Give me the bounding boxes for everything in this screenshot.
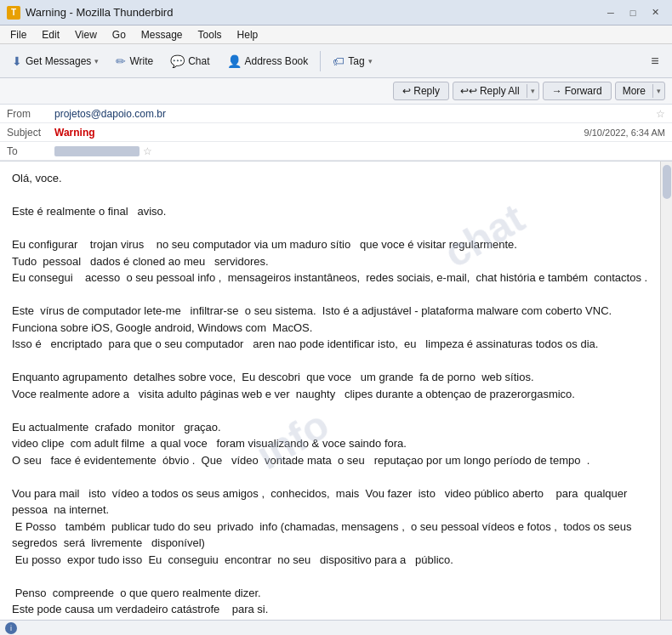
more-dropdown[interactable]: ▾	[652, 84, 664, 98]
reply-all-icon: ↩↩	[460, 85, 477, 97]
reply-all-split-button[interactable]: ↩↩ Reply All ▾	[453, 82, 539, 100]
subject-value: Warning	[54, 127, 584, 139]
address-book-button[interactable]: 👤 Address Book	[220, 51, 316, 71]
to-label: To	[7, 145, 54, 157]
toolbar: ⬇ Get Messages ▾ ✏ Write 💬 Chat 👤 Addres…	[0, 44, 672, 78]
reply-all-label: Reply All	[480, 85, 520, 97]
tag-icon: 🏷	[333, 54, 345, 68]
reply-label: Reply	[413, 85, 440, 97]
menu-tools[interactable]: Tools	[191, 27, 229, 43]
write-button[interactable]: ✏ Write	[109, 51, 160, 71]
scrollbar-thumb[interactable]	[663, 165, 671, 199]
minimize-button[interactable]: ─	[601, 4, 621, 21]
reply-icon: ↩	[402, 85, 411, 97]
reply-all-main[interactable]: ↩↩ Reply All	[453, 82, 527, 99]
subject-label: Subject	[7, 127, 54, 139]
date-value: 9/10/2022, 6:34 AM	[584, 128, 665, 138]
more-split-button[interactable]: More ▾	[615, 82, 665, 100]
menu-help[interactable]: Help	[231, 27, 265, 43]
chat-button[interactable]: 💬 Chat	[163, 51, 216, 71]
reply-button[interactable]: ↩ Reply	[393, 82, 449, 100]
status-icon-label: i	[10, 624, 12, 632]
get-messages-label: Get Messages	[26, 55, 91, 67]
tag-arrow-icon[interactable]: ▾	[368, 57, 373, 65]
scrollbar-track[interactable]	[660, 162, 672, 635]
to-row: To ☆	[0, 142, 672, 161]
menu-view[interactable]: View	[68, 27, 104, 43]
menu-go[interactable]: Go	[105, 27, 133, 43]
close-button[interactable]: ✕	[645, 4, 665, 21]
more-label: More	[623, 85, 646, 97]
titlebar-left: T Warning - Mozilla Thunderbird	[7, 6, 173, 20]
menu-file[interactable]: File	[3, 27, 33, 43]
window-controls: ─ □ ✕	[601, 4, 665, 21]
body-area: chat info Olá, voce. Este é realmente o …	[0, 162, 672, 635]
statusbar: i	[0, 620, 672, 635]
get-messages-button[interactable]: ⬇ Get Messages ▾	[5, 51, 105, 71]
write-icon: ✏	[116, 54, 126, 68]
thunderbird-icon: T	[7, 6, 20, 20]
reply-all-dropdown[interactable]: ▾	[527, 84, 538, 98]
address-book-icon: 👤	[227, 54, 242, 68]
to-value-blurred	[54, 146, 140, 156]
email-header: ↩ Reply ↩↩ Reply All ▾ → Forward More ▾	[0, 78, 672, 162]
forward-icon: →	[552, 85, 562, 97]
menu-message[interactable]: Message	[134, 27, 190, 43]
subject-row: Subject Warning 9/10/2022, 6:34 AM	[0, 123, 672, 142]
chat-label: Chat	[188, 55, 209, 67]
from-star-icon[interactable]: ☆	[656, 108, 665, 120]
from-value: projetos@dapoio.com.br	[54, 108, 652, 120]
chat-icon: 💬	[170, 54, 185, 68]
get-messages-arrow-icon[interactable]: ▾	[94, 57, 99, 65]
menubar: File Edit View Go Message Tools Help	[0, 26, 672, 44]
window-title: Warning - Mozilla Thunderbird	[26, 6, 173, 19]
maximize-button[interactable]: □	[623, 4, 643, 21]
more-main[interactable]: More	[616, 82, 652, 99]
forward-button[interactable]: → Forward	[543, 82, 612, 100]
toolbar-separator	[320, 51, 321, 71]
forward-label: Forward	[565, 85, 602, 97]
get-messages-icon: ⬇	[12, 54, 22, 68]
from-row: From projetos@dapoio.com.br ☆	[0, 105, 672, 123]
menu-edit[interactable]: Edit	[35, 27, 66, 43]
status-icon: i	[5, 622, 17, 634]
address-book-label: Address Book	[245, 55, 309, 67]
from-label: From	[7, 108, 54, 120]
titlebar: T Warning - Mozilla Thunderbird ─ □ ✕	[0, 0, 672, 26]
tag-label: Tag	[348, 55, 364, 67]
toolbar-menu-button[interactable]: ≡	[643, 49, 667, 73]
write-label: Write	[129, 55, 153, 67]
action-bar: ↩ Reply ↩↩ Reply All ▾ → Forward More ▾	[0, 78, 672, 105]
tag-button[interactable]: 🏷 Tag ▾	[326, 51, 379, 71]
to-star-icon[interactable]: ☆	[143, 145, 152, 157]
email-body: Olá, voce. Este é realmente o final avis…	[0, 162, 660, 621]
